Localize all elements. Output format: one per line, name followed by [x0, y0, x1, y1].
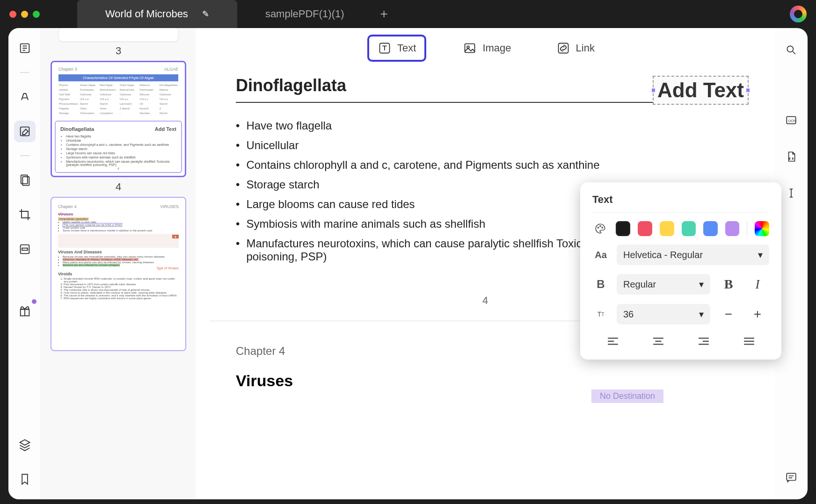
redact-icon[interactable] — [14, 238, 36, 260]
align-row — [592, 333, 769, 350]
separator — [20, 72, 29, 73]
text-icon — [378, 41, 392, 55]
chapter-label: Chapter 4 — [236, 345, 285, 358]
list-item: Contains chlorophyll a and c, carotene, … — [236, 155, 735, 175]
size-select[interactable]: 36 ▾ — [617, 304, 710, 324]
insert-link-button[interactable]: Link — [548, 36, 603, 60]
svg-point-16 — [600, 226, 601, 227]
window-controls — [9, 11, 40, 18]
svg-rect-8 — [465, 44, 475, 53]
align-center[interactable] — [638, 333, 678, 350]
svg-rect-10 — [558, 43, 568, 53]
font-icon: Aa — [592, 250, 609, 260]
thumb-page-number: 4 — [51, 181, 186, 193]
align-left[interactable] — [592, 333, 633, 350]
app-surface: 3 Chapter 3ALGAE Characteristics Of Sele… — [8, 28, 808, 499]
color-purple[interactable] — [725, 221, 740, 236]
minimize-window[interactable] — [21, 11, 28, 18]
bookmark-icon[interactable] — [14, 468, 36, 490]
svg-point-17 — [602, 227, 603, 228]
bold-icon: B — [592, 278, 609, 291]
comment-icon[interactable] — [780, 467, 802, 488]
left-toolbar — [8, 28, 41, 499]
svg-point-15 — [598, 227, 599, 228]
chevron-down-icon: ▾ — [699, 279, 704, 290]
search-icon[interactable] — [780, 39, 802, 61]
image-icon — [463, 41, 477, 55]
maximize-window[interactable] — [33, 11, 40, 18]
color-black[interactable] — [616, 221, 630, 236]
resize-handle-left[interactable] — [651, 88, 656, 93]
chevron-down-icon: ▾ — [699, 309, 704, 320]
tab-inactive[interactable]: samplePDF(1)(1) — [237, 0, 372, 28]
svg-rect-14 — [787, 473, 796, 480]
thumb-table: PhylumGreen AlgaeRed AlgaeGiant AlgaeDia… — [58, 83, 178, 115]
font-row: Aa Helvetica - Regular ▾ — [592, 245, 769, 265]
svg-rect-5 — [22, 248, 28, 251]
separator — [20, 155, 29, 156]
color-custom[interactable] — [755, 221, 769, 236]
color-teal[interactable] — [682, 221, 696, 236]
list-item: Unicellular — [236, 136, 735, 155]
size-row: TT 36 ▾ − + — [592, 303, 769, 325]
thumbnail-panel: 3 Chapter 3ALGAE Characteristics Of Sele… — [41, 28, 196, 499]
weight-row: B Regular ▾ B I — [592, 274, 769, 295]
palette-icon — [592, 223, 608, 235]
insert-image-label: Image — [482, 42, 511, 54]
align-justify[interactable] — [729, 333, 769, 350]
new-tab-button[interactable]: + — [372, 0, 396, 28]
list-item: Have two flagella — [236, 116, 735, 136]
chevron-down-icon: ▾ — [758, 249, 763, 260]
size-increase[interactable]: + — [747, 303, 768, 325]
link-icon — [556, 41, 570, 55]
layers-icon[interactable] — [14, 434, 36, 455]
tab-label: World of Microbes — [105, 8, 188, 20]
titlebar: World of Microbes ✎ samplePDF(1)(1) + — [0, 0, 816, 28]
reader-icon[interactable] — [14, 37, 36, 59]
italic-button[interactable]: I — [747, 274, 768, 295]
color-row — [592, 221, 769, 236]
popover-title: Text — [592, 194, 769, 213]
gift-icon[interactable] — [14, 300, 36, 322]
tab-active[interactable]: World of Microbes ✎ — [77, 0, 237, 28]
ocr-icon[interactable]: OCR — [780, 109, 802, 131]
svg-text:OCR: OCR — [788, 119, 796, 123]
size-icon: TT — [592, 310, 609, 318]
insert-text-label: Text — [397, 42, 416, 54]
color-blue[interactable] — [703, 221, 718, 236]
thumb-prev-peek — [59, 28, 178, 41]
separator — [747, 222, 747, 236]
pencil-icon: ✎ — [202, 9, 209, 19]
bold-button[interactable]: B — [718, 274, 739, 295]
app-logo[interactable] — [790, 6, 807, 22]
document-tabs: World of Microbes ✎ samplePDF(1)(1) + — [77, 0, 396, 28]
crop-icon[interactable] — [14, 204, 36, 225]
highlighter-icon[interactable] — [14, 86, 36, 108]
page-manager-icon[interactable] — [14, 169, 36, 191]
align-right[interactable] — [683, 333, 724, 350]
insert-text-button[interactable]: Text — [367, 35, 426, 62]
close-window[interactable] — [9, 11, 16, 18]
text-properties-popover: Text Aa Helvetica - Regular ▾ B Regular … — [580, 182, 781, 360]
font-select[interactable]: Helvetica - Regular ▾ — [617, 245, 769, 265]
insert-image-button[interactable]: Image — [454, 36, 519, 60]
edit-text-icon[interactable] — [14, 121, 36, 142]
insert-toolbar: Text Image Link — [196, 28, 775, 66]
text-cursor-icon[interactable] — [780, 182, 802, 204]
convert-icon[interactable] — [780, 146, 802, 167]
no-destination-badge: No Destination — [591, 389, 663, 403]
insert-link-label: Link — [576, 42, 595, 54]
thumbnail-page-5[interactable]: Chapter 4VIRUSES Viruses Intracellular p… — [51, 197, 186, 351]
svg-point-11 — [787, 46, 793, 52]
color-yellow[interactable] — [660, 221, 674, 236]
size-decrease[interactable]: − — [718, 303, 739, 325]
tab-label: samplePDF(1)(1) — [265, 8, 344, 20]
thumbnail-page-4[interactable]: Chapter 3ALGAE Characteristics Of Select… — [51, 61, 186, 177]
resize-handle-right[interactable] — [746, 88, 750, 93]
add-text-box[interactable]: Add Text — [653, 76, 749, 105]
color-red[interactable] — [638, 221, 652, 236]
next-heading: Viruses — [236, 372, 735, 390]
weight-select[interactable]: Regular ▾ — [617, 274, 710, 295]
thumb-page-number: 3 — [51, 45, 186, 57]
add-text-label: Add Text — [657, 79, 744, 101]
